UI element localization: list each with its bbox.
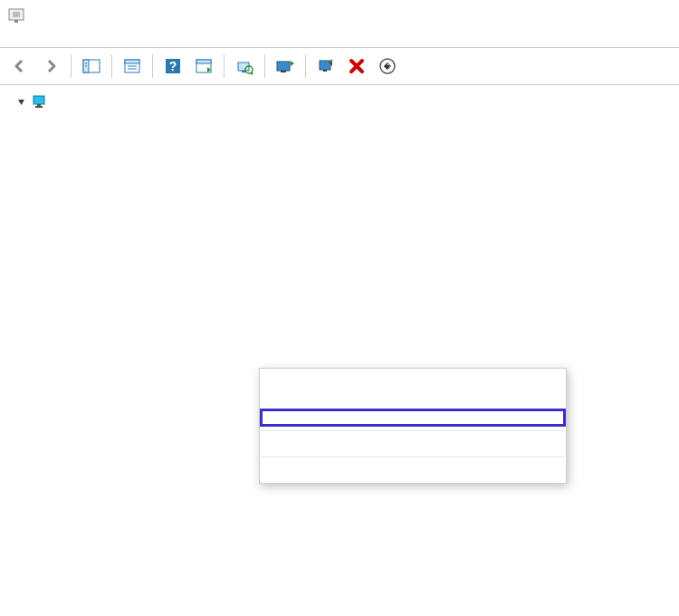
back-button[interactable] (5, 53, 34, 80)
toolbar-separator (71, 54, 72, 78)
disable-button[interactable] (311, 53, 340, 80)
svg-rect-29 (37, 104, 41, 106)
properties-button[interactable] (118, 53, 147, 80)
ctx-disable-device[interactable] (260, 390, 566, 409)
menu-action[interactable] (27, 34, 45, 42)
toolbar: ? (0, 47, 679, 85)
ctx-uninstall-device[interactable] (260, 409, 566, 427)
forward-button[interactable] (36, 53, 65, 80)
ctx-scan-hardware[interactable] (260, 435, 566, 453)
tree-label (54, 101, 60, 103)
action-button[interactable] (189, 53, 218, 80)
show-hide-console-button[interactable] (77, 53, 106, 80)
svg-marker-20 (291, 61, 294, 66)
toolbar-separator (111, 54, 112, 78)
ctx-separator (262, 430, 564, 431)
uninstall-button[interactable] (342, 53, 371, 80)
svg-text:?: ? (169, 59, 177, 73)
titlebar (0, 0, 679, 31)
svg-rect-6 (125, 60, 139, 63)
toolbar-separator (264, 54, 265, 78)
svg-line-17 (251, 72, 253, 74)
menu-file[interactable] (5, 34, 24, 42)
menubar (0, 31, 679, 47)
toolbar-separator (305, 54, 306, 78)
more-button[interactable] (373, 53, 402, 80)
scan-button[interactable] (230, 53, 259, 80)
svg-rect-12 (196, 60, 211, 63)
toolbar-separator (152, 54, 153, 78)
collapse-icon[interactable] (13, 96, 29, 110)
ctx-separator (262, 457, 564, 457)
svg-rect-19 (281, 71, 286, 72)
device-tree[interactable] (0, 85, 679, 598)
update-driver-button[interactable] (271, 53, 300, 80)
help-button[interactable]: ? (158, 53, 187, 80)
svg-rect-1 (13, 12, 20, 17)
svg-rect-22 (323, 70, 327, 72)
svg-rect-15 (242, 71, 245, 72)
svg-rect-28 (33, 96, 44, 104)
network-icon (31, 93, 49, 111)
menu-help[interactable] (71, 34, 89, 42)
ctx-update-driver[interactable] (260, 372, 566, 390)
svg-rect-2 (14, 20, 18, 23)
tree-category-network[interactable] (4, 91, 679, 114)
svg-rect-21 (320, 61, 330, 70)
ctx-properties[interactable] (260, 461, 566, 479)
toolbar-separator (224, 54, 225, 78)
app-icon (7, 6, 25, 24)
svg-rect-18 (277, 62, 290, 71)
svg-rect-30 (35, 106, 43, 108)
menu-view[interactable] (49, 34, 67, 42)
context-menu (259, 368, 567, 484)
